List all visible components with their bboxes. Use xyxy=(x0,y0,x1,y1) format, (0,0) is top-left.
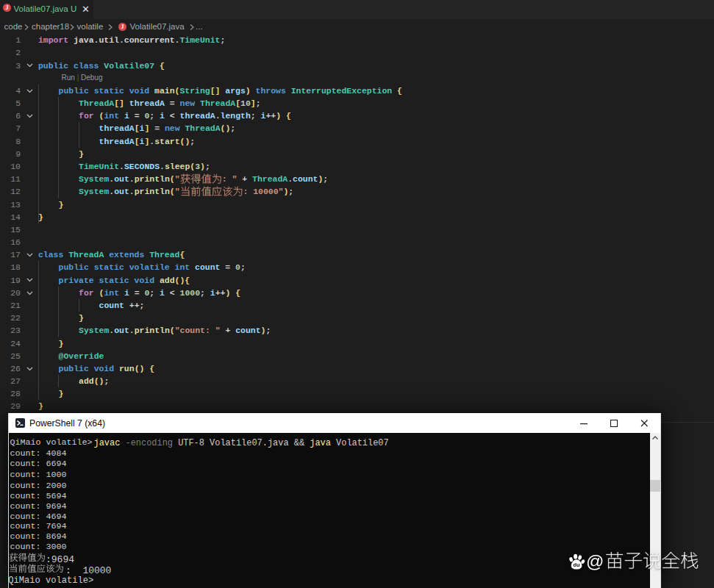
svg-text:du: du xyxy=(574,562,580,568)
